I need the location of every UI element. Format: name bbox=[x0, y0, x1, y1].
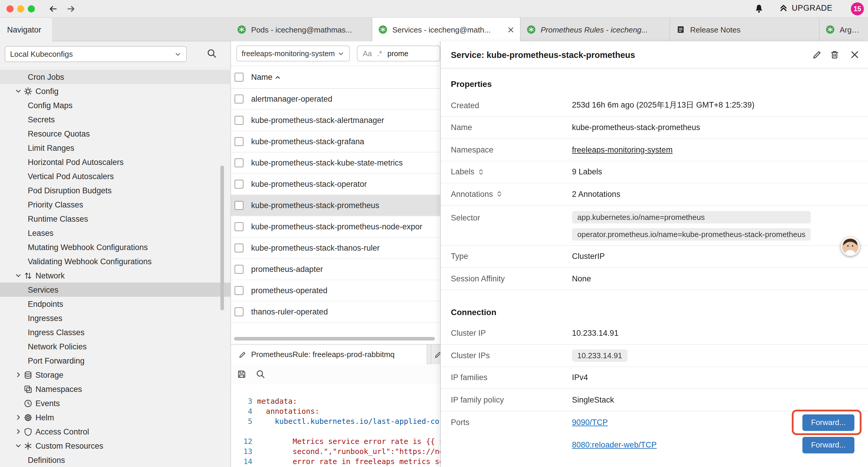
window-zoom-button[interactable] bbox=[28, 5, 35, 12]
sidebar-item-endpoints[interactable]: Endpoints bbox=[0, 297, 231, 311]
row-checkbox[interactable] bbox=[235, 158, 243, 167]
sidebar-item-limit-ranges[interactable]: Limit Ranges bbox=[0, 141, 231, 155]
table-row-selected[interactable]: kube-prometheus-stack-prometheus bbox=[231, 195, 440, 216]
chevron-right-icon[interactable] bbox=[14, 413, 24, 421]
sidebar-item-mutating-webhook-configurations[interactable]: Mutating Webhook Configurations bbox=[0, 240, 231, 254]
sidebar-item-port-forwarding[interactable]: Port Forwarding bbox=[0, 353, 231, 368]
forward-button[interactable]: Forward... bbox=[802, 437, 855, 453]
sidebar-item-secrets[interactable]: Secrets bbox=[0, 112, 231, 126]
sidebar-scrollbar[interactable] bbox=[220, 166, 224, 310]
row-checkbox[interactable] bbox=[235, 222, 243, 231]
editor-search-icon[interactable] bbox=[256, 370, 265, 379]
port-link[interactable]: 8080:reloader-web/TCP bbox=[572, 440, 657, 449]
row-checkbox[interactable] bbox=[235, 137, 243, 146]
sidebar-item-definitions[interactable]: Definitions bbox=[0, 453, 231, 467]
sidebar-item-ingress-classes[interactable]: Ingress Classes bbox=[0, 325, 231, 339]
horizontal-scrollbar[interactable] bbox=[234, 337, 435, 341]
selector-badge: app.kubernetes.io/name=prometheus bbox=[572, 211, 811, 223]
sidebar-search-icon[interactable] bbox=[207, 49, 217, 59]
sidebar-item-resource-quotas[interactable]: Resource Quotas bbox=[0, 126, 231, 141]
sidebar-item-helm[interactable]: Helm bbox=[0, 410, 231, 425]
port-link[interactable]: 9090/TCP bbox=[572, 418, 608, 427]
chevron-down-icon[interactable] bbox=[14, 442, 24, 450]
window-close-button[interactable] bbox=[6, 5, 13, 12]
sidebar-item-runtime-classes[interactable]: Runtime Classes bbox=[0, 212, 231, 226]
sidebar-item-network-policies[interactable]: Network Policies bbox=[0, 339, 231, 353]
sidebar-item-vertical-pod-autoscalers[interactable]: Vertical Pod Autoscalers bbox=[0, 169, 231, 183]
close-icon[interactable] bbox=[507, 26, 514, 33]
row-checkbox[interactable] bbox=[235, 201, 243, 210]
tab-prometheus-rules[interactable]: Prometheus Rules - icecheng... bbox=[521, 18, 670, 41]
tab-services[interactable]: Services - icecheng@math... bbox=[372, 18, 521, 41]
chevron-right-icon[interactable] bbox=[14, 371, 24, 379]
sidebar-item-config-maps[interactable]: Config Maps bbox=[0, 98, 231, 112]
sidebar-item-config[interactable]: Config bbox=[0, 84, 231, 98]
notification-count-badge[interactable]: 15 bbox=[851, 2, 864, 16]
upgrade-button[interactable]: UPGRADE bbox=[779, 3, 833, 12]
expand-updown-icon[interactable] bbox=[477, 169, 485, 176]
table-row[interactable]: kube-prometheus-stack-grafana bbox=[231, 131, 440, 152]
row-checkbox[interactable] bbox=[235, 180, 243, 188]
sidebar-item-cron-jobs[interactable]: Cron Jobs bbox=[0, 70, 231, 84]
sidebar-item-priority-classes[interactable]: Priority Classes bbox=[0, 198, 231, 212]
sidebar-item-ingresses[interactable]: Ingresses bbox=[0, 311, 231, 325]
forward-button[interactable]: Forward... bbox=[802, 414, 855, 431]
table-row[interactable]: prometheus-operated bbox=[231, 280, 440, 301]
close-icon[interactable] bbox=[850, 50, 860, 60]
match-case-toggle[interactable]: Aa bbox=[363, 49, 372, 58]
dock-tab-prometheusrule[interactable]: PrometheusRule: freeleaps-prod-rabbitmq bbox=[231, 345, 427, 364]
kubeconfig-select[interactable]: Local Kubeconfigs bbox=[5, 46, 187, 62]
sidebar-item-events[interactable]: Events bbox=[0, 396, 231, 410]
row-checkbox[interactable] bbox=[235, 116, 243, 125]
tab-argo[interactable]: Argo S bbox=[819, 18, 868, 41]
row-checkbox[interactable] bbox=[235, 265, 243, 274]
table-search-input[interactable]: Aa .* prome bbox=[357, 46, 440, 61]
yaml-editor[interactable]: 3metadata: 4 annotations: 5 kubectl.kube… bbox=[231, 384, 440, 467]
sidebar-item-custom-resources[interactable]: Custom Resources bbox=[0, 439, 231, 453]
table-row[interactable]: kube-prometheus-stack-alertmanager bbox=[231, 110, 440, 131]
regex-toggle[interactable]: .* bbox=[377, 49, 382, 58]
sidebar-item-services[interactable]: Services bbox=[0, 283, 231, 297]
table-row[interactable]: thanos-ruler-operated bbox=[231, 301, 440, 323]
notifications-bell-icon[interactable] bbox=[754, 4, 764, 13]
table-row[interactable]: kube-prometheus-stack-operator bbox=[231, 174, 440, 195]
window-minimize-button[interactable] bbox=[17, 5, 24, 12]
dock-tab-partial[interactable] bbox=[431, 345, 440, 364]
sidebar-item-horizontal-pod-autoscalers[interactable]: Horizontal Pod Autoscalers bbox=[0, 155, 231, 169]
table-row[interactable]: kube-prometheus-stack-kube-state-metrics bbox=[231, 152, 440, 174]
sidebar-item-storage[interactable]: Storage bbox=[0, 368, 231, 382]
table-row[interactable]: alertmanager-operated bbox=[231, 89, 440, 110]
namespace-link[interactable]: freeleaps-monitoring-system bbox=[572, 145, 673, 154]
table-row[interactable]: kube-prometheus-stack-thanos-ruler bbox=[231, 238, 440, 259]
table-row[interactable]: kube-prometheus-stack-prometheus-node-ex… bbox=[231, 216, 440, 238]
chevron-down-icon[interactable] bbox=[14, 87, 24, 95]
sort-asc-icon bbox=[275, 74, 281, 80]
sidebar-item-network[interactable]: Network bbox=[0, 268, 231, 283]
sidebar-item-access-control[interactable]: Access Control bbox=[0, 425, 231, 439]
sidebar-item-namespaces[interactable]: Namespaces bbox=[0, 382, 231, 396]
expand-updown-icon[interactable] bbox=[496, 191, 503, 198]
row-checkbox[interactable] bbox=[235, 243, 243, 253]
tab-release-notes[interactable]: Release Notes bbox=[670, 18, 819, 41]
row-checkbox[interactable] bbox=[235, 286, 243, 295]
trash-icon[interactable] bbox=[830, 50, 840, 60]
sidebar-item-validating-webhook-configurations[interactable]: Validating Webhook Configurations bbox=[0, 254, 231, 268]
forward-icon[interactable] bbox=[66, 4, 75, 13]
select-all-checkbox[interactable] bbox=[235, 73, 243, 82]
navigator-panel-tab[interactable]: Navigator bbox=[0, 18, 52, 41]
row-checkbox[interactable] bbox=[235, 95, 243, 104]
chevron-right-icon[interactable] bbox=[14, 428, 24, 436]
sidebar-item-leases[interactable]: Leases bbox=[0, 226, 231, 240]
network-arrows-icon bbox=[24, 271, 35, 280]
save-icon[interactable] bbox=[237, 370, 246, 379]
back-icon[interactable] bbox=[49, 4, 58, 13]
table-row[interactable]: prometheus-adapter bbox=[231, 259, 440, 280]
row-checkbox[interactable] bbox=[235, 308, 243, 316]
user-avatar[interactable] bbox=[841, 237, 860, 256]
namespace-select[interactable]: freeleaps-monitoring-system bbox=[236, 46, 350, 61]
sidebar-item-pod-disruption-budgets[interactable]: Pod Disruption Budgets bbox=[0, 183, 231, 198]
edit-icon[interactable] bbox=[812, 50, 822, 60]
tab-pods[interactable]: Pods - icecheng@mathmas... bbox=[231, 18, 372, 41]
name-column-header[interactable]: Name bbox=[251, 73, 281, 82]
chevron-down-icon[interactable] bbox=[14, 271, 24, 280]
